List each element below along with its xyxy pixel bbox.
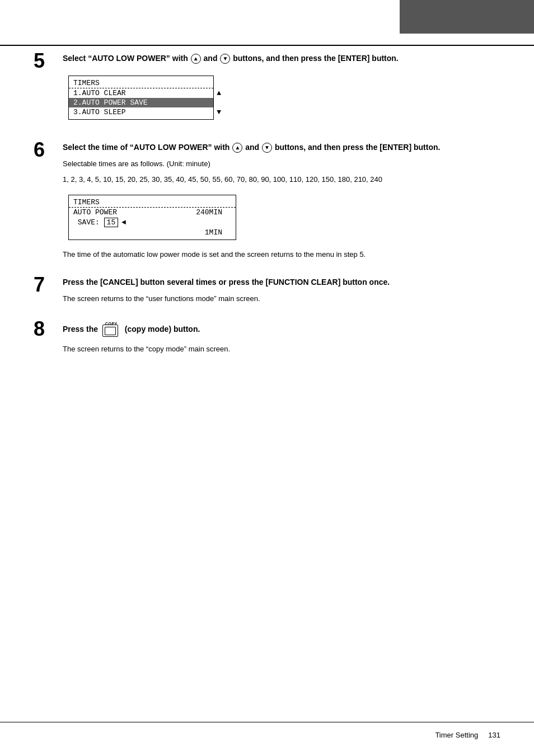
step-8-heading-post: (copy mode) button. [125, 324, 200, 333]
copy-btn-inner [105, 327, 116, 335]
screen-6-left-arrow: ◄ [121, 218, 126, 227]
screen-6-row1: AUTO POWER 240MIN [69, 207, 236, 217]
screen-6-row1-text: AUTO POWER [73, 208, 143, 217]
up-arrow-screen-5: ▲ [217, 89, 221, 97]
step-8-heading-pre: Press the [63, 324, 98, 333]
step-5-block: 5 Select “AUTO LOW POWER” with ▲ and ▼ b… [34, 53, 500, 125]
step-8-desc: The screen returns to the “copy mode” ma… [63, 344, 500, 355]
step-5-heading-post: buttons, and then press the [ENTER] butt… [233, 54, 399, 63]
step-6-selectable-times: 1, 2, 3, 4, 5, 10, 15, 20, 25, 30, 35, 4… [63, 174, 500, 185]
step-8-heading: Press the COPY (copy mode) button. [63, 321, 500, 338]
step-7-content: Press the [CANCEL] button several times … [63, 277, 500, 304]
step-6-number: 6 [34, 140, 56, 260]
screen-5-row2: 2.AUTO POWER SAVE [69, 98, 213, 107]
step-6-screen: TIMERS AUTO POWER 240MIN SAVE: 15 ◄ 1MIN [68, 195, 236, 240]
screen-6-title: TIMERS [69, 198, 236, 207]
screen-6-240min: 240MIN [196, 208, 231, 217]
step-6-note: The time of the automatic low power mode… [63, 249, 500, 260]
step-5-content: Select “AUTO LOW POWER” with ▲ and ▼ but… [63, 53, 500, 125]
screen-5-title: TIMERS [73, 79, 100, 87]
screen-6-title-text: TIMERS [73, 198, 100, 206]
screen-6-row2: SAVE: 15 ◄ [69, 217, 236, 228]
step-6-heading-post: buttons, and then press the [ENTER] butt… [275, 143, 441, 152]
step-6-and: and [245, 143, 261, 152]
step-8-content: Press the COPY (copy mode) button. The s… [63, 321, 500, 355]
top-decorative-bar [400, 0, 534, 34]
main-content: 5 Select “AUTO LOW POWER” with ▲ and ▼ b… [34, 53, 500, 371]
step-5-heading-pre: Select “AUTO LOW POWER” with [63, 54, 188, 63]
step-8-number: 8 [34, 319, 56, 355]
footer-section: Timer Setting [435, 731, 478, 739]
step-6-heading-pre: Select the time of “AUTO LOW POWER” with [63, 143, 229, 152]
step-6-selectable-label: Selectable times are as follows. (Unit: … [63, 158, 500, 170]
top-rule [0, 45, 534, 46]
screen-5-row1: 1.AUTO CLEAR ▲ [69, 88, 213, 98]
step-6-block: 6 Select the time of “AUTO LOW POWER” wi… [34, 142, 500, 260]
down-arrow-screen-5: ▼ [217, 108, 221, 116]
step-5-heading: Select “AUTO LOW POWER” with ▲ and ▼ but… [63, 53, 500, 64]
step-6-content: Select the time of “AUTO LOW POWER” with… [63, 142, 500, 260]
arrow-up-icon-6: ▲ [232, 143, 242, 153]
screen-5-row1-text: 1.AUTO CLEAR [73, 89, 126, 97]
screen-6-1min: 1MIN [205, 228, 231, 237]
step-8-block: 8 Press the COPY (copy mode) button. The… [34, 321, 500, 355]
screen-5-row2-text: 2.AUTO POWER SAVE [73, 98, 148, 107]
step-7-block: 7 Press the [CANCEL] button several time… [34, 277, 500, 304]
step-5-screen: TIMERS 1.AUTO CLEAR ▲ 2.AUTO POWER SAVE … [68, 76, 214, 120]
footer-page: 131 [488, 731, 500, 739]
screen-5-title-row: TIMERS [69, 78, 213, 88]
screen-5-row3: 3.AUTO SLEEP ▼ [69, 107, 213, 117]
arrow-down-icon-6: ▼ [262, 143, 272, 153]
step-7-number: 7 [34, 275, 56, 304]
step-5-and: and [204, 54, 220, 63]
screen-5-row3-text: 3.AUTO SLEEP [73, 108, 126, 116]
footer: Timer Setting 131 [435, 731, 500, 739]
screen-6-input-value: 15 [104, 218, 119, 227]
arrow-down-icon-5: ▼ [220, 54, 230, 64]
step-5-number: 5 [34, 51, 56, 125]
arrow-up-icon-5: ▲ [191, 54, 201, 64]
step-7-desc: The screen returns to the “user function… [63, 293, 500, 304]
screen-6-row3: 1MIN [69, 228, 236, 237]
bottom-rule [0, 722, 534, 722]
copy-button-icon: COPY [102, 321, 120, 338]
step-7-heading: Press the [CANCEL] button several times … [63, 277, 500, 288]
screen-6-save-label: SAVE: [73, 218, 104, 227]
step-6-heading: Select the time of “AUTO LOW POWER” with… [63, 142, 500, 153]
